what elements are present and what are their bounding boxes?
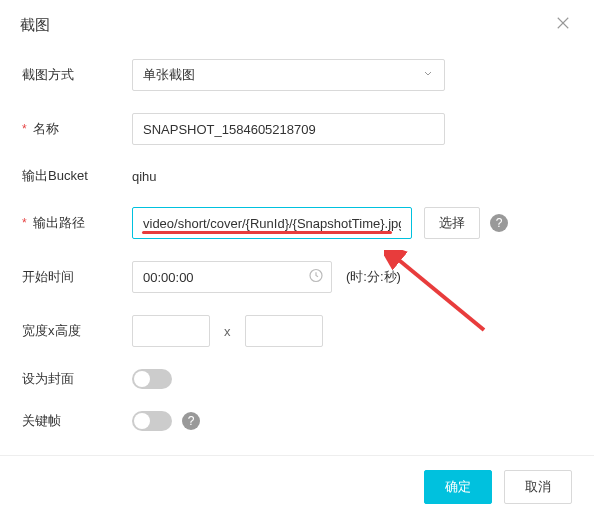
row-path: * 输出路径 选择 ? bbox=[22, 207, 572, 239]
name-input[interactable] bbox=[132, 113, 445, 145]
select-path-button[interactable]: 选择 bbox=[424, 207, 480, 239]
chevron-down-icon bbox=[422, 68, 434, 83]
label-mode: 截图方式 bbox=[22, 66, 132, 84]
row-keyframe: 关键帧 ? bbox=[22, 411, 572, 431]
row-mode: 截图方式 单张截图 bbox=[22, 59, 572, 91]
row-name: * 名称 bbox=[22, 113, 572, 145]
label-keyframe: 关键帧 bbox=[22, 412, 132, 430]
help-icon[interactable]: ? bbox=[182, 412, 200, 430]
screenshot-dialog: 截图 截图方式 单张截图 * 名称 bbox=[0, 0, 594, 518]
label-name: * 名称 bbox=[22, 120, 132, 138]
label-cover: 设为封面 bbox=[22, 370, 132, 388]
row-start: 开始时间 (时:分:秒) bbox=[22, 261, 572, 293]
label-bucket: 输出Bucket bbox=[22, 167, 132, 185]
mode-select[interactable]: 单张截图 bbox=[132, 59, 445, 91]
label-name-text: 名称 bbox=[33, 120, 59, 138]
width-input[interactable] bbox=[132, 315, 210, 347]
label-mode-text: 截图方式 bbox=[22, 66, 74, 84]
label-bucket-text: 输出Bucket bbox=[22, 167, 88, 185]
bucket-value: qihu bbox=[132, 169, 157, 184]
cancel-button[interactable]: 取消 bbox=[504, 470, 572, 504]
dialog-header: 截图 bbox=[0, 0, 594, 49]
height-input[interactable] bbox=[245, 315, 323, 347]
label-size-text: 宽度x高度 bbox=[22, 322, 81, 340]
label-keyframe-text: 关键帧 bbox=[22, 412, 61, 430]
help-icon[interactable]: ? bbox=[490, 214, 508, 232]
start-time-input[interactable] bbox=[132, 261, 332, 293]
start-time-hint: (时:分:秒) bbox=[346, 268, 401, 286]
mode-select-value: 单张截图 bbox=[143, 66, 195, 84]
row-bucket: 输出Bucket qihu bbox=[22, 167, 572, 185]
dialog-body: 截图方式 单张截图 * 名称 输出Bucket bbox=[0, 49, 594, 455]
close-icon[interactable] bbox=[554, 14, 574, 34]
label-cover-text: 设为封面 bbox=[22, 370, 74, 388]
row-size: 宽度x高度 x bbox=[22, 315, 572, 347]
cover-toggle[interactable] bbox=[132, 369, 172, 389]
label-path-text: 输出路径 bbox=[33, 214, 85, 232]
output-path-input[interactable] bbox=[132, 207, 412, 239]
label-path: * 输出路径 bbox=[22, 214, 132, 232]
row-cover: 设为封面 bbox=[22, 369, 572, 389]
clock-icon bbox=[308, 268, 324, 287]
required-mark: * bbox=[22, 216, 27, 230]
keyframe-toggle[interactable] bbox=[132, 411, 172, 431]
dialog-footer: 确定 取消 bbox=[0, 455, 594, 518]
label-start: 开始时间 bbox=[22, 268, 132, 286]
dialog-title: 截图 bbox=[20, 16, 574, 35]
ok-button[interactable]: 确定 bbox=[424, 470, 492, 504]
size-separator: x bbox=[224, 324, 231, 339]
required-mark: * bbox=[22, 122, 27, 136]
label-size: 宽度x高度 bbox=[22, 322, 132, 340]
label-start-text: 开始时间 bbox=[22, 268, 74, 286]
